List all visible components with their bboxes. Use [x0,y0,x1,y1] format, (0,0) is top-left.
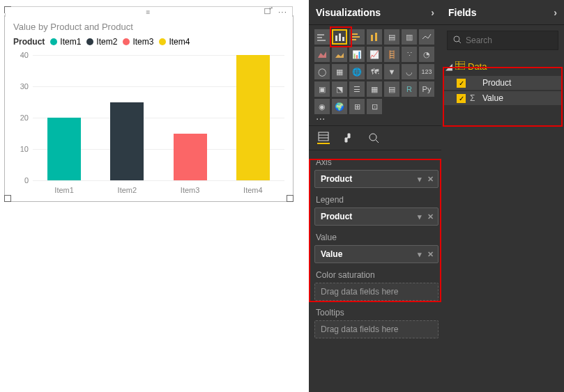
viz-kpi-icon[interactable]: ⬔ [332,81,347,97]
viz-pie-icon[interactable]: ◔ [419,47,434,62]
viz-stacked-column-icon[interactable] [367,29,382,45]
viz-area-icon[interactable] [314,47,330,62]
y-tick-label: 0 [13,176,29,185]
x-tick-label: Item3 [181,186,200,194]
viz-globe-icon[interactable]: 🌍 [332,99,347,114]
viz-scatter-icon[interactable]: ∵ [402,47,417,62]
expand-icon[interactable]: ◢ [445,61,452,72]
viz-waterfall-icon[interactable]: 🪜 [384,47,399,62]
bar[interactable] [47,118,81,180]
resize-handle-tl[interactable] [4,6,11,13]
chevron-down-icon[interactable]: ▾ [418,175,422,184]
viz-combo-icon[interactable]: 📊 [349,47,365,62]
table-name: Data [468,61,487,72]
resize-handle-bl[interactable] [4,195,11,202]
bar[interactable] [236,55,270,180]
chevron-down-icon[interactable]: ▾ [418,250,422,259]
field-name: Value [482,93,503,103]
viz-custom2-icon[interactable]: ⊡ [367,99,382,114]
remove-icon[interactable]: ✕ [427,250,434,259]
viz-ribbon-icon[interactable]: 📈 [367,47,382,62]
focus-mode-icon[interactable] [264,7,273,17]
viz-line-icon[interactable] [419,29,434,45]
chevron-right-icon[interactable]: › [431,7,434,18]
svg-line-18 [459,41,461,43]
viz-multi-card-icon[interactable]: ▣ [314,81,330,97]
svg-line-16 [376,140,379,143]
bar[interactable] [110,102,144,181]
chevron-down-icon[interactable]: ▾ [418,212,422,221]
tooltips-well[interactable]: Drag data fields here [314,320,439,338]
visualization-type-grid: ▤ ▥ 📊 📈 🪜 ∵ ◔ ◯ ▦ 🌐 🗺 ▼ ◡ 123 ▣ ⬔ ☰ ▦ ▤ … [309,25,441,114]
svg-rect-3 [317,40,326,41]
viz-map-icon[interactable]: 🌐 [349,64,365,79]
viz-arcgis-icon[interactable]: ◉ [314,99,330,114]
viz-100-column-icon[interactable]: ▥ [402,29,417,45]
drag-handle-icon[interactable]: ≡ [146,8,152,16]
axis-well[interactable]: Product ▾✕ [314,170,439,188]
more-options-icon[interactable]: ··· [278,7,287,17]
viz-matrix-icon[interactable]: ▤ [384,81,399,97]
fields-search[interactable] [447,31,558,50]
viz-gauge-icon[interactable]: ◡ [402,64,417,79]
svg-point-17 [454,36,459,42]
fields-header[interactable]: Fields › [441,0,564,25]
fields-table-row[interactable]: ◢ Data [444,58,561,75]
field-item-value[interactable]: ✓ Σ Value [444,91,561,105]
svg-point-15 [369,134,376,141]
checkbox-icon[interactable]: ✓ [457,94,466,103]
visualizations-panel: Visualizations › ▤ ▥ 📊 📈 🪜 ∵ ◔ ◯ ▦ 🌐 🗺 ▼… [309,0,441,392]
chevron-right-icon[interactable]: › [554,7,557,18]
chart-title: Value by Product and Product [13,22,133,32]
viz-treemap-icon[interactable]: ▦ [332,64,347,79]
y-tick-label: 40 [13,51,29,59]
svg-rect-5 [339,33,341,41]
panel-title: Visualizations [316,7,381,18]
viz-card-icon[interactable]: 123 [419,64,434,79]
viz-more-icon[interactable]: ··· [309,114,441,125]
bar[interactable] [174,134,207,181]
search-input[interactable] [466,36,552,45]
svg-rect-19 [455,61,465,70]
legend-well[interactable]: Product ▾✕ [314,207,439,226]
viz-100-bar-icon[interactable]: ▤ [384,29,399,45]
resize-handle-br[interactable] [287,195,294,202]
field-name: Product [482,78,511,88]
viz-funnel-icon[interactable]: ▼ [384,64,399,79]
analytics-tab-icon[interactable] [367,132,380,144]
viz-custom1-icon[interactable]: ⊞ [349,99,365,114]
visualizations-header[interactable]: Visualizations › [309,0,441,25]
viz-donut-icon[interactable]: ◯ [314,64,330,79]
viz-stacked-area-icon[interactable] [332,47,347,62]
y-tick-label: 20 [13,113,29,122]
viz-filled-map-icon[interactable]: 🗺 [367,64,382,79]
format-tab-icon[interactable] [342,132,355,144]
viz-clustered-column-icon[interactable] [332,29,347,45]
svg-rect-7 [352,33,358,35]
viz-table-icon[interactable]: ▦ [367,81,382,97]
table-icon [455,61,465,72]
legend-item-label: Item3 [132,37,153,47]
fields-tab-icon[interactable] [317,132,330,144]
chart-legend: Product Item1 Item2 Item3 Item4 [13,37,195,47]
viz-r-icon[interactable]: R [402,81,417,97]
well-value: Value [321,249,342,259]
svg-rect-0 [265,8,270,14]
sigma-icon: Σ [470,93,478,103]
color-saturation-well-label: Color saturation [314,267,439,283]
viz-stacked-bar-icon[interactable] [314,29,330,45]
viz-slicer-icon[interactable]: ☰ [349,81,365,97]
svg-rect-8 [352,36,360,38]
value-well[interactable]: Value ▾✕ [314,245,439,263]
viz-clustered-bar-icon[interactable] [349,29,365,45]
color-saturation-well[interactable]: Drag data fields here [314,283,439,301]
viz-py-icon[interactable]: Py [419,81,434,97]
svg-rect-9 [352,39,356,40]
remove-icon[interactable]: ✕ [427,175,434,184]
field-item-product[interactable]: ✓ Product [444,76,561,90]
svg-rect-12 [319,132,328,141]
checkbox-icon[interactable]: ✓ [457,79,466,88]
tooltips-well-label: Tooltips [314,305,439,320]
remove-icon[interactable]: ✕ [427,212,434,221]
chart-visual[interactable]: ≡ ··· Value by Product and Product Produ… [4,15,294,202]
